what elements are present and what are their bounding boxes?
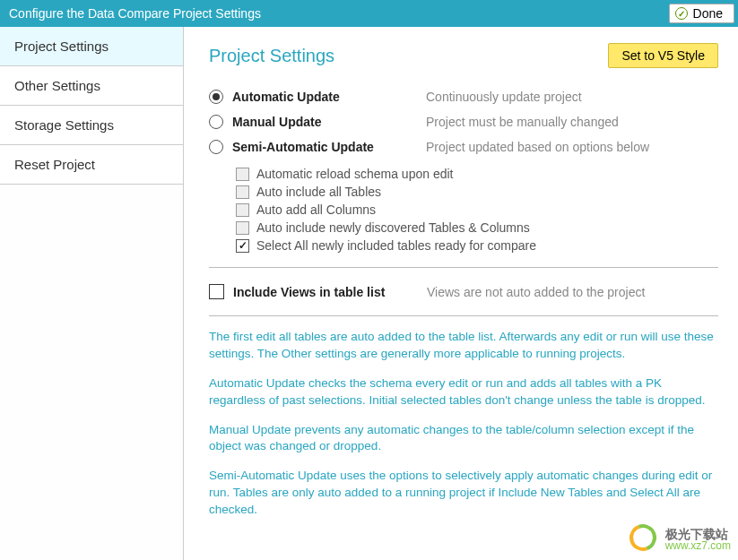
help-text: The first edit all tables are auto added… — [209, 329, 718, 519]
help-paragraph: The first edit all tables are auto added… — [209, 329, 718, 363]
sub-option-label: Auto add all Columns — [256, 202, 376, 217]
check-icon: ✓ — [675, 7, 688, 20]
radio-semi-automatic-update[interactable] — [209, 140, 223, 154]
help-paragraph: Manual Update prevents any automatic cha… — [209, 422, 718, 456]
sidebar-item-other-settings[interactable]: Other Settings — [0, 66, 183, 106]
sidebar-item-storage-settings[interactable]: Storage Settings — [0, 106, 183, 145]
checkbox-automatic-reload-schema-upon-e[interactable] — [236, 168, 249, 181]
update-mode-label: Automatic Update — [232, 90, 426, 104]
help-paragraph: Semi-Automatic Update uses the options t… — [209, 468, 718, 519]
update-mode-desc: Project must be manually changed — [426, 115, 619, 129]
divider — [209, 267, 718, 268]
radio-automatic-update[interactable] — [209, 90, 223, 104]
sub-option-row: Auto include newly discovered Tables & C… — [236, 219, 718, 237]
checkbox-select-all-newly-included-tabl[interactable] — [236, 239, 249, 253]
semi-auto-sub-options: Automatic reload schema upon editAuto in… — [236, 165, 718, 254]
update-mode-desc: Continuously update project — [426, 90, 582, 104]
sub-option-row: Automatic reload schema upon edit — [236, 165, 718, 183]
update-mode-group: Automatic UpdateContinuously update proj… — [209, 84, 718, 159]
sub-option-label: Select All newly included tables ready f… — [256, 238, 536, 253]
sub-option-row: Auto add all Columns — [236, 201, 718, 219]
update-mode-desc: Project updated based on options below — [426, 140, 649, 154]
main-panel: Project Settings Set to V5 Style Automat… — [184, 27, 738, 560]
include-views-label: Include Views in table list — [233, 285, 427, 299]
sub-option-label: Auto include newly discovered Tables & C… — [256, 220, 530, 235]
sub-option-row: Select All newly included tables ready f… — [236, 237, 718, 254]
done-label: Done — [693, 6, 723, 21]
update-mode-row: Automatic UpdateContinuously update proj… — [209, 84, 718, 109]
include-views-checkbox[interactable] — [209, 284, 224, 299]
update-mode-row: Manual UpdateProject must be manually ch… — [209, 109, 718, 134]
set-v5-style-button[interactable]: Set to V5 Style — [608, 43, 718, 68]
divider — [209, 315, 718, 316]
update-mode-label: Manual Update — [232, 115, 426, 129]
sub-option-row: Auto include all Tables — [236, 183, 718, 201]
radio-manual-update[interactable] — [209, 115, 223, 129]
sidebar-item-project-settings[interactable]: Project Settings — [0, 27, 183, 66]
include-views-row: Include Views in table list Views are no… — [209, 280, 718, 303]
update-mode-row: Semi-Automatic UpdateProject updated bas… — [209, 134, 718, 159]
sub-option-label: Auto include all Tables — [256, 185, 381, 199]
checkbox-auto-include-all-tables[interactable] — [236, 185, 249, 199]
sidebar-item-reset-project[interactable]: Reset Project — [0, 145, 183, 185]
sub-option-label: Automatic reload schema upon edit — [256, 167, 453, 181]
titlebar: Configure the Data Compare Project Setti… — [0, 0, 738, 27]
page-title: Project Settings — [209, 46, 608, 66]
sidebar: Project SettingsOther SettingsStorage Se… — [0, 27, 184, 560]
done-button[interactable]: ✓ Done — [669, 4, 734, 23]
checkbox-auto-include-newly-discovered-[interactable] — [236, 221, 249, 235]
include-views-desc: Views are not auto added to the project — [427, 285, 645, 299]
checkbox-auto-add-all-columns[interactable] — [236, 203, 249, 217]
help-paragraph: Automatic Update checks the schema every… — [209, 375, 718, 409]
update-mode-label: Semi-Automatic Update — [232, 140, 426, 154]
window-title: Configure the Data Compare Project Setti… — [9, 6, 669, 21]
